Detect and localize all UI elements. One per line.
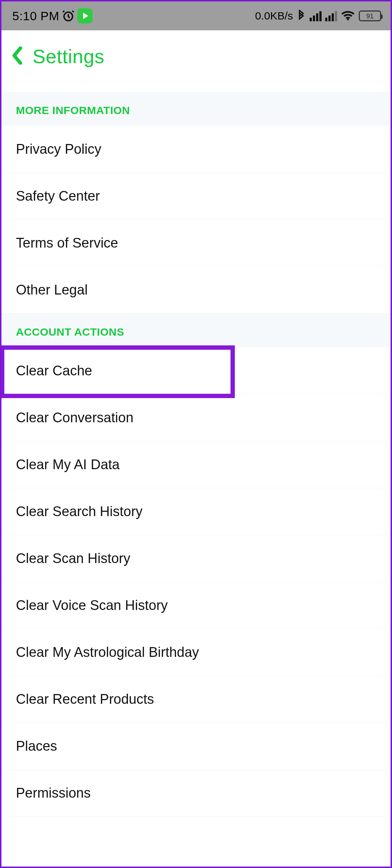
signal-bars-1-icon: [310, 10, 322, 21]
row-label: Other Legal: [16, 282, 88, 298]
section-more-information: Privacy Policy Safety Center Terms of Se…: [1, 126, 391, 314]
row-label: Clear My Astrological Birthday: [16, 645, 199, 660]
row-clear-conversation[interactable]: Clear Conversation: [1, 394, 391, 441]
section-header-account-actions: ACCOUNT ACTIONS: [1, 314, 391, 348]
row-terms-of-service[interactable]: Terms of Service: [1, 220, 391, 267]
row-clear-search-history[interactable]: Clear Search History: [1, 488, 391, 535]
alarm-icon: [61, 9, 75, 23]
settings-header: Settings: [1, 30, 391, 83]
bluetooth-icon: [297, 10, 306, 22]
row-label: Clear Search History: [16, 504, 143, 519]
status-bar: 5:10 PM 0.0KB/s: [1, 1, 391, 30]
row-label: Clear Recent Products: [16, 692, 154, 707]
section-header-more-information: MORE INFORMATION: [1, 92, 391, 126]
row-permissions[interactable]: Permissions: [1, 770, 391, 817]
row-clear-cache[interactable]: Clear Cache: [1, 348, 391, 394]
row-label: Safety Center: [16, 188, 100, 204]
row-label: Permissions: [16, 785, 91, 801]
row-clear-my-ai-data[interactable]: Clear My AI Data: [1, 441, 391, 488]
row-label: Clear Voice Scan History: [16, 598, 168, 613]
row-places[interactable]: Places: [1, 723, 391, 770]
row-label: Privacy Policy: [16, 141, 102, 157]
battery-icon: 91: [359, 10, 381, 21]
status-right: 0.0KB/s 91: [255, 10, 381, 22]
row-label: Clear Scan History: [16, 551, 130, 566]
section-account-actions: Clear Cache Clear Conversation Clear My …: [1, 348, 391, 817]
row-label: Terms of Service: [16, 235, 118, 251]
phone-screenshot-frame: 5:10 PM 0.0KB/s: [0, 0, 392, 868]
signal-bars-2-icon: [325, 10, 337, 21]
row-clear-scan-history[interactable]: Clear Scan History: [1, 535, 391, 582]
page-title: Settings: [33, 45, 104, 67]
row-other-legal[interactable]: Other Legal: [1, 267, 391, 314]
data-rate: 0.0KB/s: [255, 10, 293, 22]
row-clear-astrological-birthday[interactable]: Clear My Astrological Birthday: [1, 629, 391, 676]
row-clear-recent-products[interactable]: Clear Recent Products: [1, 676, 391, 723]
row-label: Clear Cache: [16, 363, 92, 379]
spacer: [1, 83, 391, 92]
status-time: 5:10 PM: [12, 9, 59, 23]
row-label: Places: [16, 738, 57, 754]
battery-percent: 91: [360, 13, 380, 20]
row-clear-voice-scan-history[interactable]: Clear Voice Scan History: [1, 582, 391, 629]
back-button[interactable]: [12, 47, 24, 66]
row-label: Clear My AI Data: [16, 457, 120, 472]
youtube-icon: [77, 8, 92, 23]
row-privacy-policy[interactable]: Privacy Policy: [1, 126, 391, 173]
row-label: Clear Conversation: [16, 410, 133, 426]
row-safety-center[interactable]: Safety Center: [1, 173, 391, 220]
wifi-icon: [341, 10, 355, 22]
status-left: 5:10 PM: [12, 8, 92, 23]
